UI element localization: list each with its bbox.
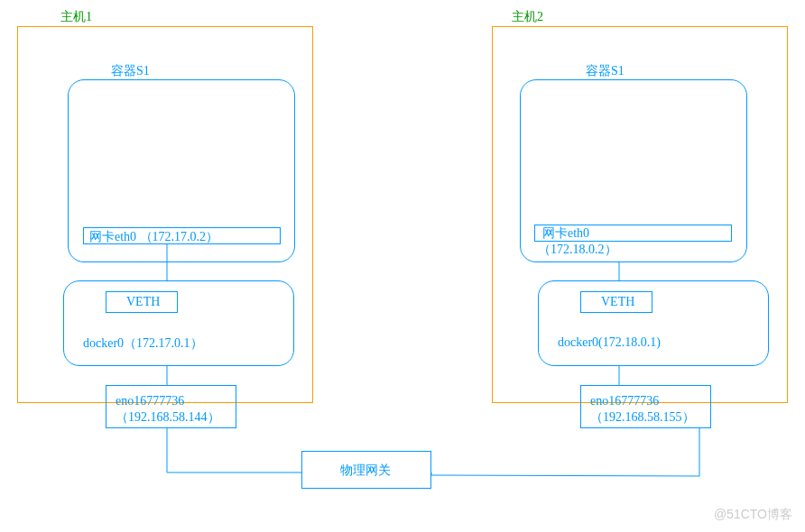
- host2-veth-box: VETH: [580, 291, 652, 313]
- host2-container-name: 容器S1: [586, 63, 625, 79]
- host2-docker0-text: docker0(172.18.0.1): [558, 335, 661, 350]
- host1-container-name: 容器S1: [111, 63, 150, 79]
- host2-title: 主机2: [512, 9, 543, 25]
- host2-veth-text: VETH: [601, 295, 634, 309]
- host1-bridge-box: [63, 280, 294, 366]
- host1-nic-box: eno16777736（192.168.58.144）: [106, 385, 236, 428]
- host2-bridge-box: [538, 280, 769, 366]
- host1-docker0-text: docker0（172.17.0.1）: [83, 335, 203, 352]
- host1-nic-text: eno16777736（192.168.58.144）: [116, 393, 278, 426]
- gateway-box: 物理网关: [301, 451, 431, 489]
- host2-nic-text: eno16777736（192.168.58.155）: [590, 393, 753, 426]
- host1-veth-box: VETH: [106, 291, 178, 313]
- watermark: @51CTO博客: [714, 507, 792, 523]
- host2-nic-box: eno16777736（192.168.58.155）: [580, 385, 711, 428]
- host1-veth-text: VETH: [126, 295, 160, 309]
- gateway-text: 物理网关: [340, 463, 391, 479]
- host1-eth0-text: 网卡eth0 （172.17.0.2）: [89, 229, 218, 245]
- host2-eth0-text2: （172.18.0.2）: [538, 242, 617, 258]
- host2-eth0-text1: 网卡eth0: [542, 225, 589, 242]
- host1-title: 主机1: [60, 9, 92, 25]
- host1-eth0-box: 网卡eth0 （172.17.0.2）: [83, 227, 281, 244]
